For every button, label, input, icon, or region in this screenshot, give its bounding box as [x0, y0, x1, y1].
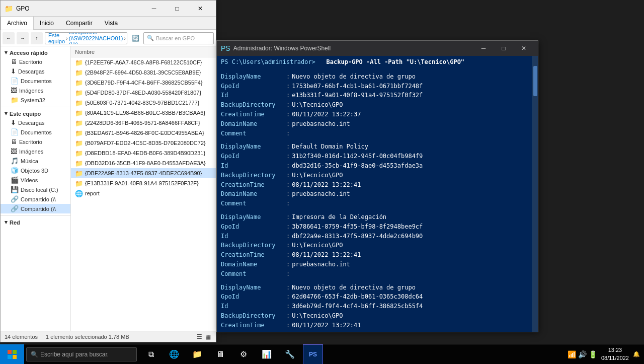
sidebar-item-objetos3d[interactable]: 🧊 Objetos 3D [1, 166, 70, 175]
folder-icon-item: 📁 [75, 59, 83, 66]
file-item-10[interactable]: 📁 {DBD32D16-35CB-41F9-8AE0-D4553AFDAE3A} [71, 158, 216, 168]
tab-compartir[interactable]: Compartir [60, 17, 99, 29]
file-item-4[interactable]: 📁 {50E603F0-7371-4042-83C9-97BBD1C21777} [71, 98, 216, 108]
breadcrumb-tecnico[interactable]: Tecnico [127, 35, 127, 41]
forward-button[interactable]: → [17, 32, 29, 44]
ps-key-label: BackupDirectory [221, 101, 286, 109]
sidebar-thispc-header[interactable]: ▾ Este equipo [1, 109, 70, 118]
volume-icon[interactable]: 🔊 [578, 350, 587, 358]
file-item-12[interactable]: 📁 {E13B331F-9A01-40F8-91A4-975152F0F32F} [71, 178, 216, 188]
sidebar-item-disco-c[interactable]: 💾 Disco local (C:) [1, 185, 70, 194]
ps-key-label: CreationTime [221, 181, 286, 189]
file-item-9[interactable]: 📁 {D8EDBD18-EFA0-4EDB-B0F6-389D4B90D231} [71, 148, 216, 158]
file-name: {3D6EB79D-F9F4-4CF4-B6FF-386825CB55F4} [85, 80, 203, 86]
ps-scroll-thumb[interactable] [533, 66, 537, 96]
ps-content[interactable]: PS C:\Users\administrador> Backup-GPO -A… [217, 56, 532, 332]
close-button[interactable]: ✕ [189, 1, 212, 17]
sidebar-item-label: Escritorio [19, 139, 42, 145]
refresh-button[interactable]: 🔄 [129, 32, 141, 44]
sidebar-item-videos[interactable]: 🎬 Vídeos [1, 175, 70, 185]
folder-icon-item: 📁 [75, 139, 83, 147]
sidebar-item-escritorio[interactable]: 🖥 Escritorio [1, 57, 70, 66]
file-list: Nombre 📁 {1F2EE76F-A6A7-46C9-A8F8-F68122… [71, 46, 216, 331]
file-item-8[interactable]: 📁 {B079AFD7-EDD2-4C5C-8D35-D70E2080DC72} [71, 138, 216, 148]
file-item-13[interactable]: 🌐 report [71, 188, 216, 198]
list-view-button[interactable]: ☰ [196, 333, 203, 340]
tab-vista[interactable]: Vista [99, 17, 124, 29]
sidebar-item-imagenes-quick[interactable]: 🖼 Imágenes [1, 86, 70, 95]
app5-button[interactable]: ⚙ [233, 344, 254, 365]
sidebar-item-label: Escritorio [19, 59, 42, 65]
maximize-button[interactable]: □ [166, 1, 189, 17]
sidebar-item-escritorio-pc[interactable]: 🖥 Escritorio [1, 137, 70, 147]
taskbar-search[interactable]: 🔍 Escribe aquí para buscar. [26, 347, 137, 361]
ps-key-label: DisplayName [221, 213, 286, 222]
file-item-5[interactable]: 📁 {80A4E1C9-EE98-4B66-B0EC-63BB7B3CBAA6} [71, 108, 216, 118]
tab-inicio[interactable]: Inicio [34, 17, 60, 29]
sidebar-item-imagenes-pc[interactable]: 🖼 Imágenes [1, 147, 70, 156]
app6-button[interactable]: 📊 [257, 344, 277, 365]
ps-val: Nuevo objeto de directiva de grupo [292, 72, 416, 81]
powershell-button[interactable]: PS [303, 344, 323, 365]
taskview-button[interactable]: ⧉ [141, 344, 161, 365]
sidebar-item-musica[interactable]: 🎵 Música [1, 156, 70, 166]
ps-entry-backupdir-4: BackupDirectory : U:\Tecnico\GPO [221, 312, 528, 320]
sidebar-item-label: Imágenes [19, 88, 43, 94]
chevron-icon: ▾ [5, 49, 8, 56]
ps-key-label: Id [221, 302, 286, 311]
network-drive-icon-2: 🔗 [11, 205, 19, 212]
sidebar-quick-access-header[interactable]: ▾ Acceso rápido [1, 48, 70, 57]
up-button[interactable]: ↑ [31, 32, 43, 44]
file-item-11[interactable]: 📁 {DBF22A9E-8313-47F5-8937-4DDE2C694B90} [71, 168, 216, 178]
file-item-6[interactable]: 📁 {22428DD6-36FB-4065-9571-8A8466FFA8CF} [71, 118, 216, 128]
file-name: {1F2EE76F-A6A7-46C9-A8F8-F68122C510CF} [85, 59, 202, 65]
back-button[interactable]: ← [3, 32, 15, 44]
sidebar-item-compartido1[interactable]: 🔗 Compartido (\\ [1, 194, 70, 204]
file-item-1[interactable]: 📁 {2B948F2F-6994-4D50-8381-39C5C5E8AB9E} [71, 67, 216, 78]
edge-button[interactable]: 🌐 [164, 344, 184, 365]
notification-button[interactable]: 🔔 [633, 351, 640, 357]
breadcrumb-compartido[interactable]: Compartido (\\SW2022NACHO01) (U:) [69, 32, 123, 44]
battery-icon[interactable]: 🔋 [589, 350, 597, 358]
sidebar-item-descargas[interactable]: ⬇ Descargas [1, 118, 70, 127]
file-item-7[interactable]: 📁 {B3EDA671-B946-4826-8F0C-E0DC4955ABEA} [71, 128, 216, 138]
sidebar-item-documentos-quick[interactable]: 📄 Documentos [1, 76, 70, 86]
ps-entry-id-4: Id : 3d6eb79d-f9f4-4cf4-b6ff-386825cb55f… [221, 302, 528, 311]
folder-icon-item: 📁 [75, 129, 83, 137]
taskbar-clock[interactable]: 13:23 08/11/2022 [601, 346, 629, 362]
minimize-button[interactable]: ─ [142, 1, 166, 17]
svg-rect-1 [13, 350, 17, 354]
ps-entry-id-1: Id : e13b331f-9a01-40f8-91a4-975152f0f32… [221, 91, 528, 100]
sidebar-item-descargas-quick[interactable]: ⬇ Descargas [1, 66, 70, 76]
breadcrumb-este-equipo[interactable]: Este equipo [48, 32, 65, 44]
ps-minimize-button[interactable]: ─ [473, 41, 494, 56]
sidebar-divider [1, 107, 70, 107]
ps-val: U:\Tecnico\GPO [292, 312, 343, 320]
search-box[interactable]: 🔍 Buscar en GPO [143, 32, 214, 44]
disk-icon: 💾 [11, 186, 19, 193]
details-view-button[interactable]: ▦ [204, 333, 212, 340]
taskbar-app-icons: ⧉ 🌐 📁 🖥 ⚙ 📊 🔧 PS [141, 344, 323, 365]
ps-scrollbar[interactable] [532, 56, 538, 332]
chevron-icon: ▾ [5, 110, 8, 117]
start-button[interactable] [0, 344, 24, 365]
app7-button[interactable]: 🔧 [280, 344, 300, 365]
ps-entry-backupdir-3: BackupDirectory : U:\Tecnico\GPO [221, 241, 528, 250]
ps-maximize-button[interactable]: □ [494, 41, 514, 56]
explorer-window: 📁 GPO ─ □ ✕ Archivo Inicio Compartir Vis… [0, 0, 216, 342]
sidebar-item-compartido2[interactable]: 🔗 Compartido (\\ [1, 204, 70, 213]
sidebar-network-header[interactable]: ▾ Red [1, 218, 70, 227]
ps-close-button[interactable]: ✕ [514, 41, 534, 56]
sidebar-item-system32[interactable]: 📁 System32 [1, 95, 70, 105]
server-manager-button[interactable]: 🖥 [210, 344, 230, 365]
file-item-0[interactable]: 📁 {1F2EE76F-A6A7-46C9-A8F8-F68122C510CF} [71, 57, 216, 67]
file-item-2[interactable]: 📁 {3D6EB79D-F9F4-4CF4-B6FF-386825CB55F4} [71, 78, 216, 88]
network-icon[interactable]: 📶 [568, 350, 576, 358]
tab-archivo[interactable]: Archivo [1, 17, 34, 30]
explorer-button[interactable]: 📁 [187, 344, 207, 365]
folder-icon-item: 📁 [75, 119, 83, 127]
file-item-3[interactable]: 📁 {5D4FDD80-37DF-48ED-A030-558420F81807} [71, 88, 216, 98]
sidebar-item-documentos[interactable]: 📄 Documentos [1, 127, 70, 137]
sidebar-item-label: Vídeos [21, 177, 38, 183]
address-path[interactable]: Este equipo › Compartido (\\SW2022NACHO0… [45, 32, 127, 44]
